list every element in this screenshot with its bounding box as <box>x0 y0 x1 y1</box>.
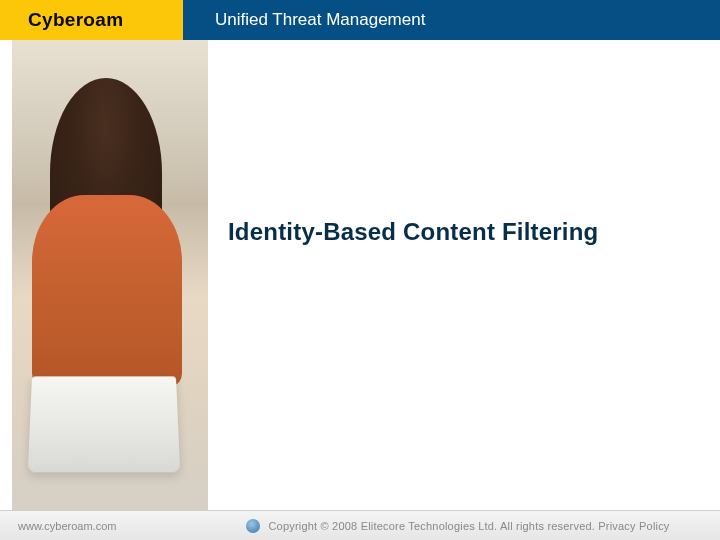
content-area: Identity-Based Content Filtering <box>208 40 720 510</box>
footer-website: www.cyberoam.com <box>18 520 116 532</box>
image-laptop <box>28 376 180 472</box>
brand-name: Cyberoam <box>28 9 123 31</box>
header-title: Unified Threat Management <box>215 10 425 30</box>
brand-block: Cyberoam <box>0 0 183 40</box>
footer-bar: www.cyberoam.com Copyright © 2008 Elitec… <box>0 510 720 540</box>
footer-copyright: Copyright © 2008 Elitecore Technologies … <box>268 520 702 532</box>
header-bar: Cyberoam Unified Threat Management <box>0 0 720 40</box>
image-figure-torso <box>32 195 182 385</box>
header-title-block: Unified Threat Management <box>183 0 720 40</box>
globe-icon <box>246 519 260 533</box>
slide-heading: Identity-Based Content Filtering <box>228 218 704 246</box>
hero-image <box>12 40 208 510</box>
slide-body: Identity-Based Content Filtering <box>0 40 720 510</box>
